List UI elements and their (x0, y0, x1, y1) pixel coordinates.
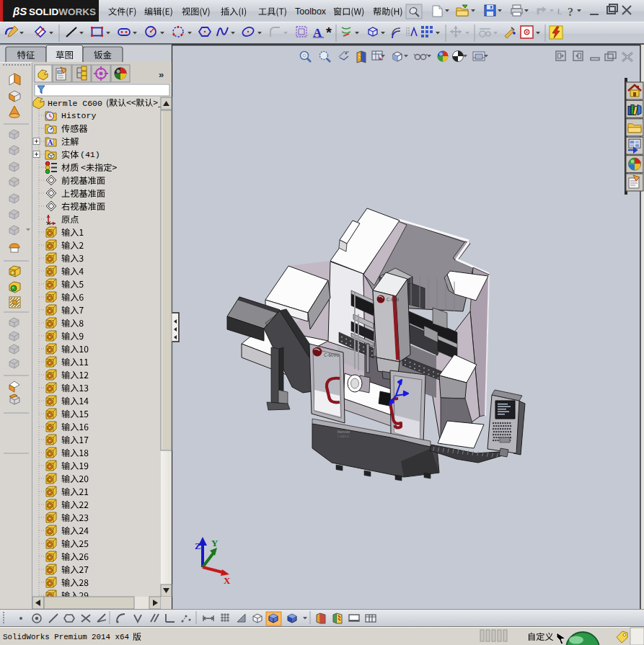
svg-text:?: ? (568, 6, 573, 18)
svg-text:A: A (48, 138, 53, 146)
svg-text:Toolbox: Toolbox (295, 6, 327, 17)
svg-text:Z: Z (195, 541, 201, 551)
svg-text:SolidWorks Premium 2014 x64: SolidWorks Premium 2014 x64 (3, 633, 129, 641)
svg-text:*: * (326, 25, 332, 40)
svg-text:History: History (61, 111, 96, 120)
svg-text:I.: I. (557, 7, 562, 16)
svg-text:X: X (224, 575, 231, 586)
svg-text:(41): (41) (80, 150, 100, 159)
svg-text:»: » (159, 69, 164, 80)
svg-text:SOLIDWORKS: SOLIDWORKS (29, 6, 96, 17)
svg-text:βS: βS (12, 5, 27, 17)
svg-text:Hermle C600: Hermle C600 (48, 99, 102, 108)
svg-text:Y: Y (211, 538, 219, 548)
